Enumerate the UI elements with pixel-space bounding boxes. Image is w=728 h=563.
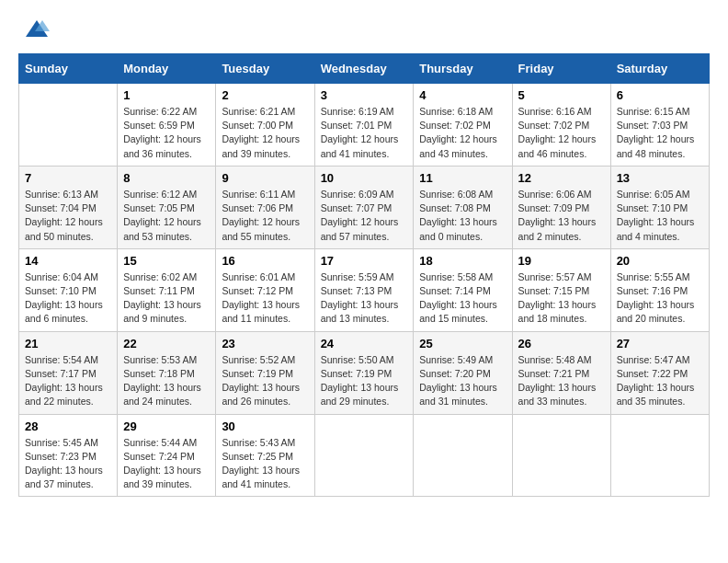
header-cell-wednesday: Wednesday [314, 54, 414, 84]
day-cell: 12Sunrise: 6:06 AMSunset: 7:09 PMDayligh… [512, 166, 610, 248]
day-cell [610, 414, 709, 497]
day-number: 11 [419, 171, 506, 185]
logo-icon [24, 18, 50, 39]
logo [18, 18, 53, 39]
week-row-1: 1Sunrise: 6:22 AMSunset: 6:59 PMDaylight… [19, 84, 710, 167]
day-cell: 18Sunrise: 5:58 AMSunset: 7:14 PMDayligh… [414, 248, 512, 331]
day-cell: 17Sunrise: 5:59 AMSunset: 7:13 PMDayligh… [314, 248, 414, 331]
day-number: 13 [617, 171, 703, 185]
day-cell: 23Sunrise: 5:52 AMSunset: 7:19 PMDayligh… [216, 331, 314, 414]
day-info: Sunrise: 5:52 AMSunset: 7:19 PMDaylight:… [222, 353, 308, 409]
day-number: 10 [321, 171, 408, 185]
day-cell: 20Sunrise: 5:55 AMSunset: 7:16 PMDayligh… [610, 248, 709, 331]
day-cell: 6Sunrise: 6:15 AMSunset: 7:03 PMDaylight… [610, 84, 709, 167]
day-info: Sunrise: 5:48 AMSunset: 7:21 PMDaylight:… [518, 353, 605, 409]
day-info: Sunrise: 6:09 AMSunset: 7:07 PMDaylight:… [321, 188, 408, 244]
day-cell: 13Sunrise: 6:05 AMSunset: 7:10 PMDayligh… [610, 166, 709, 248]
day-number: 27 [617, 337, 703, 350]
day-number: 24 [321, 337, 408, 350]
day-number: 18 [419, 254, 506, 268]
day-number: 23 [222, 337, 308, 350]
day-number: 7 [25, 171, 111, 185]
page-header [18, 18, 710, 39]
day-number: 26 [518, 337, 605, 350]
week-row-2: 7Sunrise: 6:13 AMSunset: 7:04 PMDaylight… [19, 166, 710, 248]
day-info: Sunrise: 5:50 AMSunset: 7:19 PMDaylight:… [321, 353, 408, 409]
day-cell: 21Sunrise: 5:54 AMSunset: 7:17 PMDayligh… [19, 331, 118, 414]
day-cell: 25Sunrise: 5:49 AMSunset: 7:20 PMDayligh… [414, 331, 512, 414]
day-cell: 5Sunrise: 6:16 AMSunset: 7:02 PMDaylight… [512, 84, 610, 167]
day-cell: 28Sunrise: 5:45 AMSunset: 7:23 PMDayligh… [19, 414, 118, 497]
day-info: Sunrise: 6:19 AMSunset: 7:01 PMDaylight:… [321, 105, 408, 161]
day-number: 21 [25, 337, 111, 350]
day-cell: 2Sunrise: 6:21 AMSunset: 7:00 PMDaylight… [216, 84, 314, 167]
day-cell: 15Sunrise: 6:02 AMSunset: 7:11 PMDayligh… [118, 248, 216, 331]
day-number: 17 [321, 254, 408, 268]
day-info: Sunrise: 6:21 AMSunset: 7:00 PMDaylight:… [222, 105, 308, 161]
header-cell-friday: Friday [512, 54, 610, 84]
day-cell: 29Sunrise: 5:44 AMSunset: 7:24 PMDayligh… [118, 414, 216, 497]
day-number: 3 [321, 88, 408, 102]
day-cell: 10Sunrise: 6:09 AMSunset: 7:07 PMDayligh… [314, 166, 414, 248]
day-number: 29 [123, 419, 210, 433]
calendar-table: SundayMondayTuesdayWednesdayThursdayFrid… [18, 53, 710, 497]
day-cell [19, 84, 118, 167]
day-info: Sunrise: 6:01 AMSunset: 7:12 PMDaylight:… [222, 270, 308, 327]
day-info: Sunrise: 5:54 AMSunset: 7:17 PMDaylight:… [25, 353, 111, 409]
day-number: 19 [518, 254, 605, 268]
day-number: 25 [419, 337, 506, 350]
day-info: Sunrise: 5:55 AMSunset: 7:16 PMDaylight:… [617, 270, 703, 327]
day-number: 16 [222, 254, 308, 268]
day-number: 12 [518, 171, 605, 185]
day-info: Sunrise: 6:02 AMSunset: 7:11 PMDaylight:… [123, 270, 210, 327]
day-cell: 19Sunrise: 5:57 AMSunset: 7:15 PMDayligh… [512, 248, 610, 331]
day-info: Sunrise: 6:15 AMSunset: 7:03 PMDaylight:… [617, 105, 703, 161]
day-info: Sunrise: 6:16 AMSunset: 7:02 PMDaylight:… [518, 105, 605, 161]
day-cell [314, 414, 414, 497]
day-cell: 3Sunrise: 6:19 AMSunset: 7:01 PMDaylight… [314, 84, 414, 167]
header-cell-saturday: Saturday [610, 54, 709, 84]
day-info: Sunrise: 6:11 AMSunset: 7:06 PMDaylight:… [222, 188, 308, 244]
week-row-5: 28Sunrise: 5:45 AMSunset: 7:23 PMDayligh… [19, 414, 710, 497]
day-info: Sunrise: 6:12 AMSunset: 7:05 PMDaylight:… [123, 188, 210, 244]
day-info: Sunrise: 5:53 AMSunset: 7:18 PMDaylight:… [123, 353, 210, 409]
day-info: Sunrise: 5:58 AMSunset: 7:14 PMDaylight:… [419, 270, 506, 327]
day-info: Sunrise: 6:18 AMSunset: 7:02 PMDaylight:… [419, 105, 506, 161]
day-cell: 22Sunrise: 5:53 AMSunset: 7:18 PMDayligh… [118, 331, 216, 414]
day-info: Sunrise: 5:43 AMSunset: 7:25 PMDaylight:… [222, 436, 308, 492]
day-info: Sunrise: 6:22 AMSunset: 6:59 PMDaylight:… [123, 105, 210, 161]
day-number: 15 [123, 254, 210, 268]
day-cell: 4Sunrise: 6:18 AMSunset: 7:02 PMDaylight… [414, 84, 512, 167]
day-info: Sunrise: 5:47 AMSunset: 7:22 PMDaylight:… [617, 353, 703, 409]
header-cell-tuesday: Tuesday [216, 54, 314, 84]
day-info: Sunrise: 6:06 AMSunset: 7:09 PMDaylight:… [518, 188, 605, 244]
day-cell: 8Sunrise: 6:12 AMSunset: 7:05 PMDaylight… [118, 166, 216, 248]
day-number: 5 [518, 88, 605, 102]
day-info: Sunrise: 6:13 AMSunset: 7:04 PMDaylight:… [25, 188, 111, 244]
day-number: 2 [222, 88, 308, 102]
day-cell [512, 414, 610, 497]
day-cell [414, 414, 512, 497]
day-info: Sunrise: 6:04 AMSunset: 7:10 PMDaylight:… [25, 270, 111, 327]
header-cell-sunday: Sunday [19, 54, 118, 84]
day-number: 6 [617, 88, 703, 102]
day-cell: 14Sunrise: 6:04 AMSunset: 7:10 PMDayligh… [19, 248, 118, 331]
day-cell: 24Sunrise: 5:50 AMSunset: 7:19 PMDayligh… [314, 331, 414, 414]
day-cell: 30Sunrise: 5:43 AMSunset: 7:25 PMDayligh… [216, 414, 314, 497]
header-row: SundayMondayTuesdayWednesdayThursdayFrid… [19, 54, 710, 84]
day-number: 8 [123, 171, 210, 185]
day-cell: 16Sunrise: 6:01 AMSunset: 7:12 PMDayligh… [216, 248, 314, 331]
day-cell: 1Sunrise: 6:22 AMSunset: 6:59 PMDaylight… [118, 84, 216, 167]
day-cell: 11Sunrise: 6:08 AMSunset: 7:08 PMDayligh… [414, 166, 512, 248]
day-info: Sunrise: 5:57 AMSunset: 7:15 PMDaylight:… [518, 270, 605, 327]
week-row-3: 14Sunrise: 6:04 AMSunset: 7:10 PMDayligh… [19, 248, 710, 331]
day-info: Sunrise: 5:45 AMSunset: 7:23 PMDaylight:… [25, 436, 111, 492]
header-cell-thursday: Thursday [414, 54, 512, 84]
day-cell: 27Sunrise: 5:47 AMSunset: 7:22 PMDayligh… [610, 331, 709, 414]
day-cell: 7Sunrise: 6:13 AMSunset: 7:04 PMDaylight… [19, 166, 118, 248]
day-number: 4 [419, 88, 506, 102]
day-number: 9 [222, 171, 308, 185]
day-number: 1 [123, 88, 210, 102]
day-cell: 26Sunrise: 5:48 AMSunset: 7:21 PMDayligh… [512, 331, 610, 414]
week-row-4: 21Sunrise: 5:54 AMSunset: 7:17 PMDayligh… [19, 331, 710, 414]
